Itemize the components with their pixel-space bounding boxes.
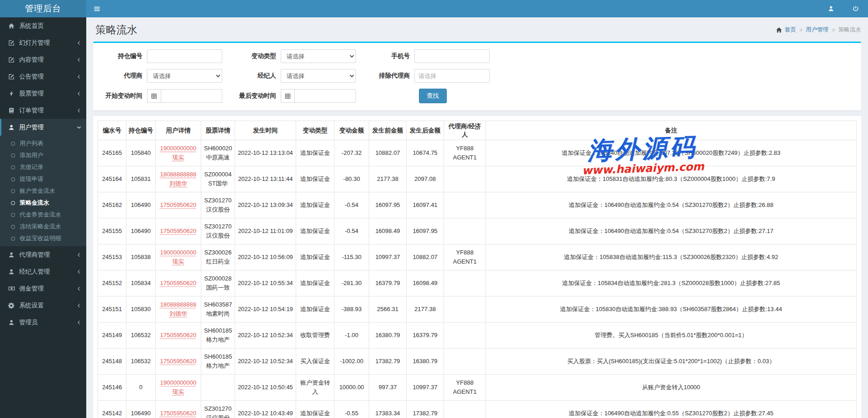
position-cell: 105838	[126, 244, 156, 270]
user-detail-link[interactable]: 刘德华	[158, 179, 198, 188]
serial-cell: 245151	[98, 296, 126, 323]
sidebar-item-announcement-management[interactable]: 公告管理	[0, 68, 86, 85]
remark-cell: 追加保证金：105838自动追加履约金:115.3（SZ300026股数2320…	[486, 244, 857, 270]
calendar-icon[interactable]	[147, 89, 161, 103]
breadcrumb-link[interactable]: 首页	[784, 26, 796, 34]
change-type-cell: 追加保证金	[296, 244, 335, 270]
sidebar-item-label: 订单管理	[19, 106, 76, 115]
position-number-input[interactable]	[147, 49, 222, 63]
start-change-time-input[interactable]	[161, 89, 222, 103]
sidebar-item-agent-management[interactable]: 代理商管理	[0, 246, 86, 263]
stock-detail-cell: SH600185格力地产	[201, 349, 235, 375]
sidebar-item-slideshow-management[interactable]: 幻灯片管理	[0, 34, 86, 51]
user-detail-link[interactable]: 17505950620	[158, 409, 198, 418]
breadcrumb-separator: >	[832, 27, 835, 33]
agent-line: YF888	[447, 378, 483, 387]
end-change-time-input[interactable]	[294, 89, 356, 103]
end-change-time-group	[281, 89, 356, 103]
stock-detail-cell: SZ300026红日药业	[201, 244, 235, 270]
sidebar-item-system-settings[interactable]: 系统设置	[0, 297, 86, 314]
sidebar-item-broker-management[interactable]: 经纪人管理	[0, 263, 86, 280]
sidebar-item-system-home[interactable]: 系统首页	[0, 17, 86, 34]
stock-detail-line: 汉仪股份	[204, 205, 232, 214]
position-cell: 106490	[126, 192, 156, 218]
remark-cell: 追加保证金：106490自动追加履约金:0.54（SZ301270股数2）止损参…	[486, 218, 857, 244]
user-detail-link[interactable]: 17505950620	[158, 357, 198, 366]
time-cell: 2022-10-12 13:09:34	[235, 192, 296, 218]
sidebar-menu: 系统首页幻灯片管理内容管理公告管理股票管理订单管理用户管理用户列表添加用户充值记…	[0, 17, 86, 331]
navbar-logout-button[interactable]	[843, 0, 868, 17]
user-detail-link[interactable]: 17505950620	[158, 331, 198, 340]
table-box: 编水号持仓编号用户详情股票详情发生时间变动类型变动金额发生前金额发生后金额代理商…	[93, 116, 861, 418]
table-row: 24516510584019000000000现实SH600020中原高速202…	[98, 140, 857, 166]
stock-detail-line: ST国华	[204, 179, 232, 188]
filter-field-phone-number: 手机号	[365, 49, 499, 63]
sidebar-toggle-button[interactable]	[86, 0, 108, 17]
user-detail-link[interactable]: 18088888888	[158, 300, 198, 309]
gear-icon	[8, 302, 19, 309]
submenu-item-account-funds-flow[interactable]: 账户资金流水	[0, 185, 86, 197]
broker-select[interactable]: 请选择	[281, 69, 356, 83]
user-detail-link[interactable]: 17505950620	[158, 279, 198, 288]
submenu-item-add-user[interactable]: 添加用户	[0, 149, 86, 161]
submenu-item-label: 提现申请	[20, 175, 43, 183]
amount-cell: -1002.00	[335, 349, 369, 375]
sidebar-item-user-management[interactable]: 用户管理	[0, 119, 86, 136]
position-cell: 106490	[126, 401, 156, 418]
search-button[interactable]: 查找	[419, 89, 447, 103]
filter-label-agent: 代理商	[98, 72, 147, 80]
circle-o-icon	[11, 201, 15, 205]
serial-cell: 245155	[98, 218, 126, 244]
filter-form: 持仓编号变动类型请选择手机号代理商请选择经纪人请选择排除代理商开始变动时间最后变…	[98, 49, 857, 103]
user-detail-link[interactable]: 刘德华	[158, 309, 198, 318]
user-detail-link[interactable]: 现实	[158, 153, 198, 162]
user-detail-link[interactable]: 现实	[158, 257, 198, 266]
filter-field-change-type: 变动类型请选择	[231, 49, 365, 63]
sidebar-item-content-management[interactable]: 内容管理	[0, 51, 86, 68]
agent-select[interactable]: 请选择	[147, 69, 222, 83]
submenu-item-yieldbao-income-details[interactable]: 收益宝收益明细	[0, 233, 86, 244]
submenu-item-frozen-strategy-funds-flow[interactable]: 冻结策略金流水	[0, 221, 86, 233]
submenu-item-voucher-funds-flow[interactable]: 代金券资金流水	[0, 209, 86, 221]
exclude-agent-input[interactable]	[414, 69, 490, 83]
user-icon	[8, 252, 19, 258]
breadcrumb-link[interactable]: 用户管理	[806, 26, 829, 34]
user-detail-link[interactable]: 19000000000	[158, 248, 198, 257]
user-detail-link[interactable]: 17505950620	[158, 227, 198, 236]
sidebar-item-order-management[interactable]: 订单管理	[0, 102, 86, 119]
submenu-item-strategy-funds-flow[interactable]: 策略金流水	[0, 197, 86, 209]
start-change-time-group	[147, 89, 222, 103]
submenu-item-withdrawal-requests[interactable]: 提现申请	[0, 173, 86, 185]
chevron-left-icon	[76, 40, 82, 46]
sidebar-item-commission-management[interactable]: 佣金管理	[0, 280, 86, 297]
user-detail-link[interactable]: 18088888888	[158, 170, 198, 179]
calendar-icon[interactable]	[281, 89, 294, 103]
user-detail-cell: 17505950620	[156, 349, 201, 375]
user-detail-link[interactable]: 19000000000	[158, 144, 198, 153]
stock-detail-line: 格力地产	[204, 361, 232, 370]
sidebar-item-stock-management[interactable]: 股票管理	[0, 85, 86, 102]
table-header-cell: 变动金额	[335, 121, 369, 140]
submenu-item-recharge-records[interactable]: 充值记录	[0, 161, 86, 173]
phone-number-input[interactable]	[414, 49, 490, 63]
user-detail-link[interactable]: 19000000000	[158, 378, 198, 387]
user-detail-link[interactable]: 17505950620	[158, 201, 198, 210]
agent-line: AGENT1	[447, 257, 483, 266]
submenu-item-label: 用户列表	[20, 139, 43, 148]
app-logo[interactable]: 管理后台	[0, 0, 86, 17]
bars-icon	[94, 5, 100, 12]
sidebar-item-administrator[interactable]: 管理员	[0, 314, 86, 331]
user-detail-link[interactable]: 现实	[158, 387, 198, 397]
stock-detail-cell: SH600020中原高速	[201, 140, 235, 166]
chevron-left-icon	[76, 57, 82, 63]
position-cell: 106490	[126, 218, 156, 244]
sidebar-item-label: 幻灯片管理	[19, 39, 76, 47]
navbar-user-button[interactable]	[819, 0, 843, 17]
user-icon	[8, 269, 19, 275]
submenu-item-user-list[interactable]: 用户列表	[0, 138, 86, 149]
serial-cell: 245162	[98, 192, 126, 218]
change-type-select[interactable]: 请选择	[281, 49, 356, 63]
agent-line: AGENT1	[447, 153, 483, 162]
chevron-left-icon	[76, 91, 82, 96]
serial-cell: 245142	[98, 401, 126, 418]
